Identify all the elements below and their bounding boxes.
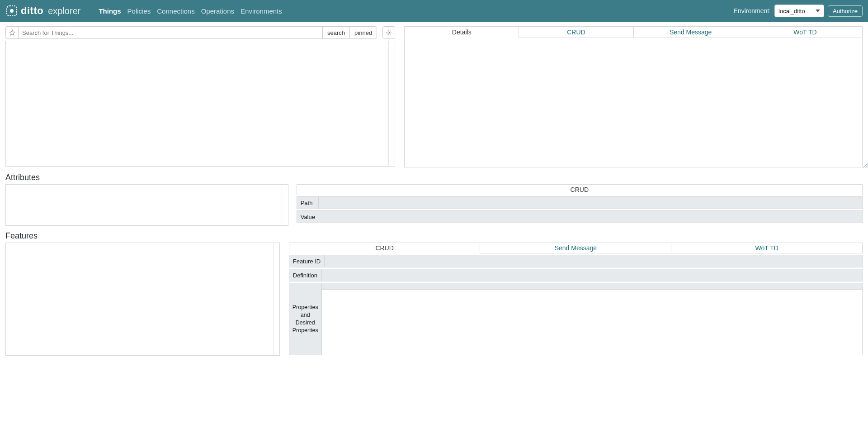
attr-value-label: Value	[297, 210, 319, 223]
tab-wot-td[interactable]: WoT TD	[748, 26, 863, 38]
environment-select[interactable]: local_ditto	[774, 5, 824, 17]
attr-path-label: Path	[297, 196, 318, 209]
feature-tab-wot-td[interactable]: WoT TD	[671, 243, 863, 253]
things-search-input[interactable]	[18, 26, 322, 39]
nav-policies[interactable]: Policies	[127, 7, 151, 15]
brand: ditto explorer	[5, 5, 80, 17]
gear-icon	[386, 29, 392, 36]
scrollbar[interactable]	[282, 185, 288, 225]
navbar: ditto explorer Things Policies Connectio…	[0, 0, 868, 22]
favorite-toggle[interactable]	[5, 26, 18, 39]
search-settings-button[interactable]	[382, 26, 395, 39]
svg-point-2	[388, 32, 390, 33]
features-heading: Features	[5, 231, 863, 241]
features-list[interactable]	[5, 243, 280, 356]
scrollbar[interactable]	[273, 243, 279, 355]
scrollbar[interactable]	[856, 38, 862, 167]
feature-tabs: CRUD Send Message WoT TD	[289, 243, 863, 253]
resize-handle[interactable]	[863, 162, 868, 168]
feature-id-input[interactable]	[324, 255, 863, 267]
authorize-button[interactable]: Authorize	[828, 5, 863, 17]
feature-definition-input[interactable]	[321, 269, 863, 281]
tab-crud[interactable]: CRUD	[519, 26, 633, 38]
thing-details-panel	[404, 38, 863, 167]
nav-connections[interactable]: Connections	[157, 7, 194, 15]
feature-definition-label: Definition	[289, 269, 321, 281]
feature-id-label: Feature ID	[289, 255, 324, 267]
feature-tab-crud[interactable]: CRUD	[289, 243, 481, 253]
nav-links: Things Policies Connections Operations E…	[99, 7, 282, 15]
scrollbar[interactable]	[388, 41, 395, 166]
attributes-heading: Attributes	[5, 173, 863, 182]
tab-send-message[interactable]: Send Message	[634, 26, 748, 38]
feature-properties-editor[interactable]	[322, 283, 592, 355]
search-button[interactable]: search	[322, 26, 349, 39]
attr-value-input[interactable]	[319, 210, 863, 223]
environment-label: Environment:	[734, 7, 771, 14]
things-list[interactable]	[5, 41, 395, 167]
attributes-tab-crud[interactable]: CRUD	[297, 184, 863, 195]
nav-things[interactable]: Things	[99, 7, 121, 15]
brand-sub: explorer	[48, 6, 80, 16]
brand-name: ditto	[21, 5, 43, 17]
svg-point-1	[10, 9, 14, 13]
feature-properties-panel: Properties and Desired Properties	[289, 283, 863, 355]
feature-properties-label: Properties and Desired Properties	[289, 283, 322, 355]
thing-tabs: Details CRUD Send Message WoT TD	[404, 26, 863, 38]
ditto-logo-icon	[5, 5, 18, 17]
star-icon	[9, 29, 15, 36]
feature-tab-send-message[interactable]: Send Message	[480, 243, 671, 253]
nav-operations[interactable]: Operations	[201, 7, 234, 15]
feature-desired-properties-editor[interactable]	[592, 283, 862, 355]
attributes-list[interactable]	[5, 184, 288, 226]
pinned-button[interactable]: pinned	[349, 26, 377, 39]
things-search-toolbar: search pinned	[5, 26, 395, 39]
attr-path-input[interactable]	[318, 196, 863, 209]
tab-details[interactable]: Details	[404, 26, 519, 38]
nav-environments[interactable]: Environments	[241, 7, 282, 15]
